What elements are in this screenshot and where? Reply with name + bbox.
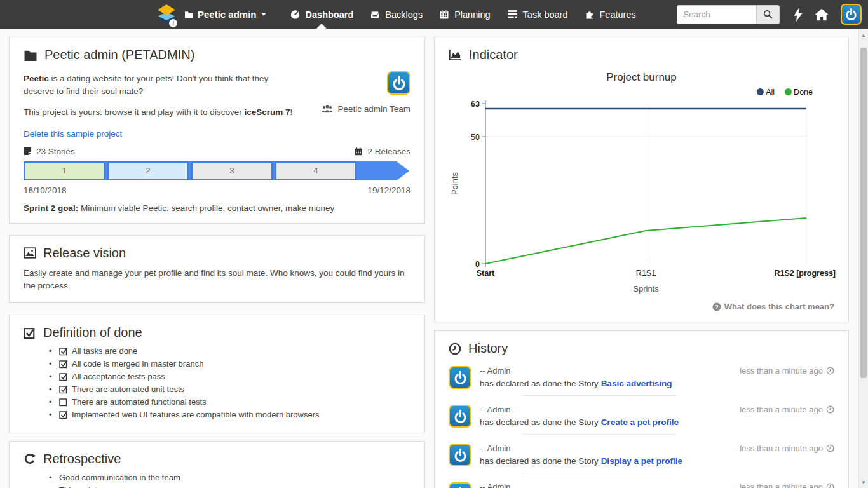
- stories-count-label: 23 Stories: [36, 147, 75, 156]
- burnup-chart: 05063StartR1S1R1S2 [progress]SprintsPoin…: [449, 97, 836, 299]
- legend-item-done: Done: [785, 88, 813, 97]
- sprint-segment-1[interactable]: 1: [24, 161, 105, 180]
- story-link[interactable]: Create a pet profile: [601, 417, 679, 427]
- sprint-goal: Sprint 2 goal: Minimum viable Peetic: se…: [24, 203, 410, 213]
- legend-label: All: [766, 88, 775, 97]
- retrospective-item-text: This sprint was a success: [59, 485, 153, 488]
- timeline-dates: 16/10/2018 19/12/2018: [24, 186, 410, 195]
- nav-item-backlogs[interactable]: Backlogs: [362, 0, 431, 29]
- history-action: has declared as done the Story Display a…: [480, 456, 834, 466]
- history-time-text: less than a minute ago: [740, 405, 823, 414]
- project-description-block: Peetic is a dating website for your pets…: [24, 69, 410, 128]
- power-icon: [453, 409, 468, 424]
- chart-help-text: What does this chart mean?: [724, 302, 834, 311]
- sprint-goal-text: Minimum viable Peetic: search profile, c…: [78, 203, 334, 213]
- project-description-text: !: [290, 107, 292, 117]
- history-action: has declared as done the Story Basic adv…: [480, 379, 834, 388]
- history-entry-wrap: -- Admin less than a minute ago: [449, 478, 834, 488]
- active-tab-caret: [316, 24, 327, 29]
- nav-item-dashboard[interactable]: Dashboard: [281, 0, 362, 29]
- stories-count: 23 Stories: [24, 147, 75, 156]
- legend-item-all: All: [757, 88, 775, 97]
- chart-title: Project burnup: [449, 71, 834, 84]
- project-side: Peetic admin Team: [322, 69, 410, 128]
- image-icon: [24, 247, 36, 259]
- release-vision-card: Release vision Easily create and manage …: [9, 235, 425, 304]
- scrollbar-up-arrow[interactable]: ▲: [859, 32, 868, 38]
- checkbox-icon: [59, 410, 68, 419]
- history-action-text: has declared as done the Story: [480, 379, 601, 388]
- backlogs-icon: [370, 10, 380, 20]
- sprint-segment-4[interactable]: 4: [275, 161, 356, 180]
- top-navbar: i Peetic admin Dashboard Backlogs: [0, 0, 868, 29]
- power-icon: [391, 76, 407, 91]
- activities-button[interactable]: [794, 8, 803, 22]
- delete-project-link[interactable]: Delete this sample project: [24, 129, 122, 139]
- history-entry: -- Admin less than a minute ago: [449, 478, 834, 488]
- history-entry-content: -- Admin less than a minute ago: [480, 403, 834, 428]
- icescrum-layers-logo-icon: i: [155, 4, 178, 25]
- project-description-text: is a dating website for your pets! Don't…: [24, 74, 268, 96]
- search-icon: [763, 10, 773, 19]
- releases-count-label: 2 Releases: [367, 147, 410, 156]
- history-entry-content: -- Admin less than a minute ago: [480, 480, 834, 488]
- definition-of-done-list: All tasks are done All code is merged in…: [49, 346, 410, 419]
- nav-label: Task board: [523, 10, 568, 20]
- nav-item-features[interactable]: Features: [576, 0, 644, 29]
- nav-label: Features: [600, 10, 636, 20]
- retrospective-card: Retrospective Good communication in the …: [9, 441, 425, 488]
- retrospective-item: Good communication in the team: [49, 473, 410, 482]
- legend-label: Done: [794, 88, 813, 97]
- area-chart-icon: [449, 49, 462, 61]
- avatar: [449, 366, 471, 389]
- release-vision-text: Easily create and manage your pet profil…: [24, 267, 405, 293]
- sprint-segment-2[interactable]: 2: [107, 161, 189, 180]
- search-input[interactable]: [677, 5, 756, 24]
- power-icon: [453, 370, 468, 385]
- indicator-title: Indicator: [469, 48, 518, 62]
- icescrum-app-button[interactable]: [841, 4, 862, 25]
- history-card: History: [434, 330, 849, 488]
- power-icon: [453, 448, 468, 463]
- svg-text:?: ?: [715, 304, 719, 310]
- svg-text:63: 63: [471, 100, 480, 109]
- nav-item-planning[interactable]: Planning: [431, 0, 498, 29]
- history-entry-wrap: -- Admin less than a minute ago: [449, 362, 834, 396]
- calendar-icon: [439, 10, 449, 20]
- svg-text:Start: Start: [477, 269, 495, 278]
- sprint-segment-3[interactable]: 3: [191, 161, 273, 180]
- indicator-header: Indicator: [449, 48, 834, 62]
- definition-of-done-item: There are automated functional tests: [49, 397, 410, 407]
- nav-label: Dashboard: [306, 10, 354, 20]
- scrollbar-down-arrow[interactable]: ▼: [859, 480, 868, 485]
- retrospective-item: This sprint was a success: [49, 485, 410, 488]
- home-button[interactable]: [815, 8, 829, 21]
- features-puzzle-icon: [585, 10, 595, 20]
- project-menu[interactable]: i Peetic admin: [0, 0, 278, 29]
- history-entry-top: -- Admin less than a minute ago: [480, 364, 834, 376]
- history-timestamp: less than a minute ago: [740, 482, 834, 488]
- project-card-header: Peetic admin (PETADMIN): [24, 48, 410, 62]
- story-link[interactable]: Basic advertising: [601, 379, 672, 388]
- home-icon: [815, 8, 829, 21]
- clock-icon: [826, 483, 834, 488]
- power-icon: [844, 8, 858, 21]
- history-separator: [522, 473, 676, 473]
- chevron-down-icon: [261, 13, 266, 16]
- history-entry-content: -- Admin less than a minute ago: [480, 442, 834, 466]
- project-card: Peetic admin (PETADMIN) Peetic is a dati…: [9, 37, 425, 224]
- story-link[interactable]: Display a pet profile: [601, 456, 682, 466]
- navbar-right: [677, 0, 868, 29]
- timeline-segments: 1 2 3 4: [24, 161, 356, 180]
- retrospective-repeat-icon: [24, 453, 36, 466]
- nav-label: Backlogs: [385, 10, 423, 20]
- history-action: has declared as done the Story Create a …: [480, 417, 834, 427]
- dashboard-icon: [290, 9, 301, 20]
- nav-item-taskboard[interactable]: Task board: [499, 0, 576, 29]
- definition-of-done-item: All code is merged in master branch: [49, 359, 410, 369]
- chart-help-link[interactable]: ? What does this chart mean?: [712, 302, 834, 311]
- scrollbar-thumb[interactable]: [860, 48, 867, 378]
- main-nav: Dashboard Backlogs Planning: [281, 0, 644, 29]
- search-button[interactable]: [756, 5, 780, 24]
- question-circle-icon: ?: [712, 302, 721, 311]
